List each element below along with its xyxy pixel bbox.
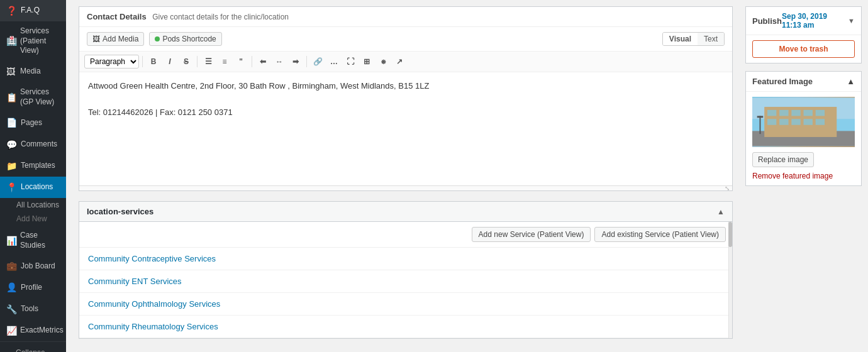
svg-rect-12 <box>804 119 813 125</box>
more-button[interactable]: … <box>326 55 342 69</box>
bold-button[interactable]: B <box>146 55 161 69</box>
featured-image-title: Featured Image <box>752 77 813 86</box>
location-services-header[interactable]: location-services ▲ <box>79 201 733 221</box>
editor-content[interactable]: Attwood Green Health Centre, 2nd Floor, … <box>79 72 732 185</box>
service-link-ophthalmology[interactable]: Community Ophthalmology Services <box>88 299 220 309</box>
svg-rect-7 <box>804 110 813 116</box>
table-button[interactable]: ⊞ <box>359 55 374 69</box>
services-scrollbar <box>728 222 732 338</box>
italic-button[interactable]: I <box>162 55 177 69</box>
ol-button[interactable]: ≡ <box>217 55 232 69</box>
add-new-service-patient-button[interactable]: Add new Service (Patient View) <box>472 227 591 242</box>
toolbar-sep-2 <box>197 56 198 67</box>
sidebar-sub-all-locations[interactable]: All Locations <box>0 198 66 212</box>
move-trash-button[interactable]: Move to trash <box>752 40 855 58</box>
pages-icon: 📄 <box>6 117 17 128</box>
sidebar-item-label: F.A.Q <box>21 6 40 16</box>
sidebar-item-services-gp[interactable]: 📋 Services (GP View) <box>0 82 66 112</box>
add-existing-service-patient-button[interactable]: Add existing Service (Patient View) <box>594 227 726 242</box>
text-view-button[interactable]: Text <box>698 33 724 45</box>
publish-chevron-icon: ▼ <box>848 17 855 25</box>
ul-button[interactable]: ☰ <box>201 55 216 69</box>
service-item-ent: Community ENT Services <box>79 270 732 293</box>
collapse-menu-button[interactable]: ◀ Collapse menu <box>0 341 66 352</box>
featured-image-header: Featured Image ▲ <box>746 72 861 92</box>
publish-date[interactable]: Sep 30, 2019 11:13 am <box>782 12 848 30</box>
sidebar-item-label: Case Studies <box>20 231 60 250</box>
sidebar-item-label: Locations <box>21 182 53 192</box>
service-link-contraceptive[interactable]: Community Contraceptive Services <box>88 254 216 263</box>
sidebar-item-label: ExactMetrics <box>20 326 64 336</box>
toolbar-sep-1 <box>142 56 143 67</box>
add-media-icon: 🖼 <box>92 35 100 43</box>
align-left-button[interactable]: ⬅ <box>255 55 270 69</box>
contact-details-header: Contact Details Give contact details for… <box>79 7 732 27</box>
collapse-chevron-icon: ▲ <box>717 207 725 216</box>
toolbar-sep-4 <box>306 56 307 67</box>
sidebar-item-comments[interactable]: 💬 Comments <box>0 134 66 155</box>
pods-dot-icon <box>155 36 160 41</box>
sidebar-item-faq[interactable]: ❓ F.A.Q <box>0 0 66 21</box>
align-center-button[interactable]: ↔ <box>272 55 287 69</box>
replace-image-button[interactable]: Replace image <box>752 152 814 167</box>
add-media-button[interactable]: 🖼 Add Media <box>87 32 144 46</box>
visual-view-button[interactable]: Visual <box>663 33 698 45</box>
svg-rect-8 <box>816 110 825 116</box>
service-item-contraceptive: Community Contraceptive Services <box>79 248 732 270</box>
sidebar-item-label: Tools <box>21 304 38 314</box>
svg-rect-5 <box>779 110 788 116</box>
remove-image-link[interactable]: Remove featured image <box>752 172 833 180</box>
align-right-button[interactable]: ➡ <box>288 55 303 69</box>
sidebar-item-pages[interactable]: 📄 Pages <box>0 112 66 133</box>
sidebar-item-locations[interactable]: 📍 Locations <box>0 177 66 198</box>
featured-image-chevron-icon: ▲ <box>847 77 855 86</box>
link-button[interactable]: 🔗 <box>310 55 325 69</box>
sidebar-item-tools[interactable]: 🔧 Tools <box>0 299 66 320</box>
sidebar-item-templates[interactable]: 📁 Templates <box>0 155 66 177</box>
templates-icon: 📁 <box>6 160 17 172</box>
media-icon: 🖼 <box>6 66 16 77</box>
service-link-rheumatology[interactable]: Community Rheumatology Services <box>88 322 218 331</box>
strikethrough-button[interactable]: S <box>179 55 194 69</box>
location-services-label: location-services <box>87 207 153 216</box>
svg-rect-6 <box>791 110 800 116</box>
location-services-body: Add new Service (Patient View) Add exist… <box>79 221 733 339</box>
sidebar-sub-add-new[interactable]: Add New <box>0 212 66 226</box>
featured-image-box: Featured Image ▲ <box>745 71 862 186</box>
svg-rect-10 <box>779 119 788 125</box>
sidebar-item-label: Services (Patient View) <box>20 26 60 56</box>
job-board-icon: 💼 <box>6 260 17 272</box>
sidebar-item-exact-metrics[interactable]: 📈 ExactMetrics 1 <box>0 320 66 341</box>
paragraph-select[interactable]: Paragraph <box>84 55 139 69</box>
svg-rect-4 <box>767 110 776 116</box>
service-link-ent[interactable]: Community ENT Services <box>88 277 182 286</box>
main-content: Contact Details Give contact details for… <box>66 0 745 352</box>
locations-icon: 📍 <box>6 182 17 193</box>
tools-icon: 🔧 <box>6 304 17 315</box>
address-text: Attwood Green Health Centre, 2nd Floor, … <box>88 80 723 93</box>
blockquote-button[interactable]: " <box>233 55 248 69</box>
services-gp-icon: 📋 <box>6 92 16 103</box>
special-button[interactable]: ⎈ <box>376 55 391 69</box>
sidebar-item-media[interactable]: 🖼 Media <box>0 61 66 82</box>
fullscreen-button[interactable]: ⛶ <box>343 55 358 69</box>
editor-resize-handle[interactable]: ⤡ <box>79 185 732 190</box>
svg-rect-13 <box>816 119 825 125</box>
svg-rect-15 <box>757 116 764 118</box>
location-services-section: location-services ▲ Add new Service (Pat… <box>79 201 733 339</box>
image-preview <box>752 97 855 147</box>
resize-icon: ⤡ <box>725 185 730 192</box>
publish-actions: Move to trash <box>746 35 861 63</box>
service-item-rheumatology: Community Rheumatology Services <box>79 316 732 338</box>
sidebar-item-case-studies[interactable]: 📊 Case Studies <box>0 226 66 255</box>
sidebar-item-job-board[interactable]: 💼 Job Board <box>0 255 66 277</box>
sidebar-item-label: Services (GP View) <box>20 87 60 107</box>
services-patient-icon: 🏥 <box>6 35 16 47</box>
sidebar-item-services-patient[interactable]: 🏥 Services (Patient View) <box>0 21 66 61</box>
share-button[interactable]: ↗ <box>392 55 407 69</box>
pods-shortcode-button[interactable]: Pods Shortcode <box>149 32 221 46</box>
sidebar-item-label: Templates <box>21 161 55 171</box>
sidebar-item-profile[interactable]: 👤 Profile <box>0 277 66 298</box>
publish-header: Publish Sep 30, 2019 11:13 am ▼ <box>746 7 861 35</box>
sidebar-item-label: Job Board <box>21 261 55 272</box>
